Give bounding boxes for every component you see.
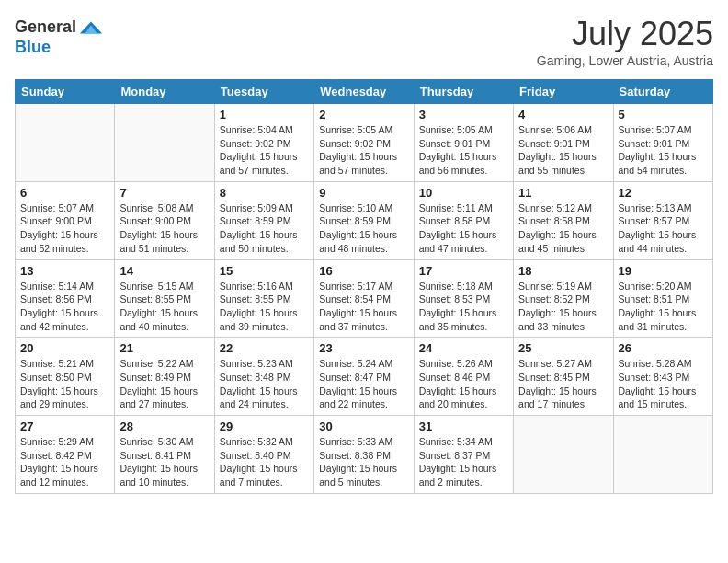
day-info: Sunrise: 5:16 AM Sunset: 8:55 PM Dayligh…: [220, 280, 309, 334]
calendar-cell: 24Sunrise: 5:26 AM Sunset: 8:46 PM Dayli…: [414, 338, 513, 416]
day-number: 15: [220, 264, 309, 278]
calendar-cell: 9Sunrise: 5:10 AM Sunset: 8:59 PM Daylig…: [314, 181, 414, 259]
day-number: 23: [319, 341, 408, 355]
month-year: July 2025: [537, 15, 713, 53]
day-info: Sunrise: 5:34 AM Sunset: 8:37 PM Dayligh…: [419, 435, 508, 489]
calendar-cell: 26Sunrise: 5:28 AM Sunset: 8:43 PM Dayli…: [613, 338, 712, 416]
day-number: 16: [319, 264, 408, 278]
day-info: Sunrise: 5:05 AM Sunset: 9:01 PM Dayligh…: [419, 123, 508, 178]
day-number: 29: [220, 419, 309, 433]
calendar-cell: [16, 104, 115, 182]
day-number: 14: [119, 264, 209, 278]
calendar-cell: 13Sunrise: 5:14 AM Sunset: 8:56 PM Dayli…: [16, 259, 115, 338]
day-number: 27: [20, 419, 109, 433]
calendar-cell: 31Sunrise: 5:34 AM Sunset: 8:37 PM Dayli…: [414, 416, 513, 494]
day-info: Sunrise: 5:26 AM Sunset: 8:46 PM Dayligh…: [419, 357, 508, 411]
calendar-cell: 21Sunrise: 5:22 AM Sunset: 8:49 PM Dayli…: [115, 338, 214, 416]
day-info: Sunrise: 5:15 AM Sunset: 8:55 PM Dayligh…: [119, 280, 209, 334]
logo-general: General: [15, 18, 76, 37]
calendar-cell: 8Sunrise: 5:09 AM Sunset: 8:59 PM Daylig…: [214, 181, 313, 259]
logo-icon: [78, 15, 104, 40]
calendar-cell: 6Sunrise: 5:07 AM Sunset: 9:00 PM Daylig…: [16, 181, 115, 259]
day-number: 24: [419, 341, 508, 355]
calendar-week-1: 1Sunrise: 5:04 AM Sunset: 9:02 PM Daylig…: [16, 104, 713, 182]
day-header-sunday: Sunday: [16, 80, 115, 104]
calendar-cell: 18Sunrise: 5:19 AM Sunset: 8:52 PM Dayli…: [514, 259, 613, 338]
day-info: Sunrise: 5:19 AM Sunset: 8:52 PM Dayligh…: [518, 280, 608, 334]
day-info: Sunrise: 5:06 AM Sunset: 9:01 PM Dayligh…: [518, 123, 608, 178]
calendar-cell: 22Sunrise: 5:23 AM Sunset: 8:48 PM Dayli…: [214, 338, 313, 416]
day-number: 13: [20, 264, 109, 278]
calendar-cell: 28Sunrise: 5:30 AM Sunset: 8:41 PM Dayli…: [115, 416, 214, 494]
day-info: Sunrise: 5:04 AM Sunset: 9:02 PM Dayligh…: [220, 123, 309, 178]
calendar-cell: 17Sunrise: 5:18 AM Sunset: 8:53 PM Dayli…: [414, 259, 513, 338]
day-number: 8: [220, 186, 309, 200]
day-info: Sunrise: 5:14 AM Sunset: 8:56 PM Dayligh…: [20, 280, 109, 334]
day-number: 25: [518, 341, 608, 355]
day-header-wednesday: Wednesday: [314, 80, 414, 104]
day-info: Sunrise: 5:23 AM Sunset: 8:48 PM Dayligh…: [220, 357, 309, 411]
calendar-cell: 5Sunrise: 5:07 AM Sunset: 9:01 PM Daylig…: [613, 104, 712, 182]
day-number: 7: [119, 186, 209, 200]
day-info: Sunrise: 5:13 AM Sunset: 8:57 PM Dayligh…: [619, 201, 708, 256]
day-number: 21: [119, 341, 209, 355]
calendar-table: SundayMondayTuesdayWednesdayThursdayFrid…: [15, 79, 713, 494]
day-number: 20: [20, 341, 109, 355]
day-info: Sunrise: 5:24 AM Sunset: 8:47 PM Dayligh…: [319, 357, 408, 411]
day-info: Sunrise: 5:11 AM Sunset: 8:58 PM Dayligh…: [419, 201, 508, 256]
calendar-cell: 25Sunrise: 5:27 AM Sunset: 8:45 PM Dayli…: [514, 338, 613, 416]
day-info: Sunrise: 5:29 AM Sunset: 8:42 PM Dayligh…: [20, 435, 109, 489]
day-info: Sunrise: 5:17 AM Sunset: 8:54 PM Dayligh…: [319, 280, 408, 334]
day-header-thursday: Thursday: [414, 80, 513, 104]
day-info: Sunrise: 5:07 AM Sunset: 9:00 PM Dayligh…: [20, 201, 109, 256]
calendar-cell: [514, 416, 613, 494]
calendar-week-3: 13Sunrise: 5:14 AM Sunset: 8:56 PM Dayli…: [16, 259, 713, 338]
calendar-cell: 27Sunrise: 5:29 AM Sunset: 8:42 PM Dayli…: [16, 416, 115, 494]
calendar-cell: 4Sunrise: 5:06 AM Sunset: 9:01 PM Daylig…: [514, 104, 613, 182]
day-info: Sunrise: 5:05 AM Sunset: 9:02 PM Dayligh…: [319, 123, 408, 178]
day-info: Sunrise: 5:12 AM Sunset: 8:58 PM Dayligh…: [518, 201, 608, 256]
day-number: 5: [619, 108, 708, 121]
day-header-monday: Monday: [115, 80, 214, 104]
calendar-week-5: 27Sunrise: 5:29 AM Sunset: 8:42 PM Dayli…: [16, 416, 713, 494]
day-number: 4: [518, 108, 608, 121]
day-info: Sunrise: 5:30 AM Sunset: 8:41 PM Dayligh…: [119, 435, 209, 489]
calendar-cell: 14Sunrise: 5:15 AM Sunset: 8:55 PM Dayli…: [115, 259, 214, 338]
calendar-cell: 3Sunrise: 5:05 AM Sunset: 9:01 PM Daylig…: [414, 104, 513, 182]
day-info: Sunrise: 5:32 AM Sunset: 8:40 PM Dayligh…: [220, 435, 309, 489]
calendar-cell: 12Sunrise: 5:13 AM Sunset: 8:57 PM Dayli…: [613, 181, 712, 259]
day-number: 2: [319, 108, 408, 121]
day-info: Sunrise: 5:22 AM Sunset: 8:49 PM Dayligh…: [119, 357, 209, 411]
day-number: 19: [619, 264, 708, 278]
calendar-cell: 29Sunrise: 5:32 AM Sunset: 8:40 PM Dayli…: [214, 416, 313, 494]
day-number: 22: [220, 341, 309, 355]
page-header: General Blue July 2025 Gaming, Lower Aus…: [15, 15, 713, 68]
calendar-cell: 16Sunrise: 5:17 AM Sunset: 8:54 PM Dayli…: [314, 259, 414, 338]
calendar-cell: 19Sunrise: 5:20 AM Sunset: 8:51 PM Dayli…: [613, 259, 712, 338]
day-info: Sunrise: 5:18 AM Sunset: 8:53 PM Dayligh…: [419, 280, 508, 334]
day-number: 9: [319, 186, 408, 200]
day-number: 17: [419, 264, 508, 278]
calendar-week-4: 20Sunrise: 5:21 AM Sunset: 8:50 PM Dayli…: [16, 338, 713, 416]
day-number: 6: [20, 186, 109, 200]
day-number: 1: [220, 108, 309, 121]
day-info: Sunrise: 5:27 AM Sunset: 8:45 PM Dayligh…: [518, 357, 608, 411]
day-header-tuesday: Tuesday: [214, 80, 313, 104]
day-number: 3: [419, 108, 508, 121]
calendar-cell: 11Sunrise: 5:12 AM Sunset: 8:58 PM Dayli…: [514, 181, 613, 259]
day-number: 31: [419, 419, 508, 433]
day-header-saturday: Saturday: [613, 80, 712, 104]
day-info: Sunrise: 5:33 AM Sunset: 8:38 PM Dayligh…: [319, 435, 408, 489]
day-info: Sunrise: 5:08 AM Sunset: 9:00 PM Dayligh…: [119, 201, 209, 256]
day-number: 26: [619, 341, 708, 355]
day-info: Sunrise: 5:09 AM Sunset: 8:59 PM Dayligh…: [220, 201, 309, 256]
title-block: July 2025 Gaming, Lower Austria, Austria: [537, 15, 713, 68]
location: Gaming, Lower Austria, Austria: [537, 53, 713, 68]
calendar-cell: 2Sunrise: 5:05 AM Sunset: 9:02 PM Daylig…: [314, 104, 414, 182]
day-number: 18: [518, 264, 608, 278]
calendar-cell: [115, 104, 214, 182]
calendar-cell: 10Sunrise: 5:11 AM Sunset: 8:58 PM Dayli…: [414, 181, 513, 259]
day-number: 12: [619, 186, 708, 200]
logo: General Blue: [15, 15, 104, 57]
day-info: Sunrise: 5:07 AM Sunset: 9:01 PM Dayligh…: [619, 123, 708, 178]
